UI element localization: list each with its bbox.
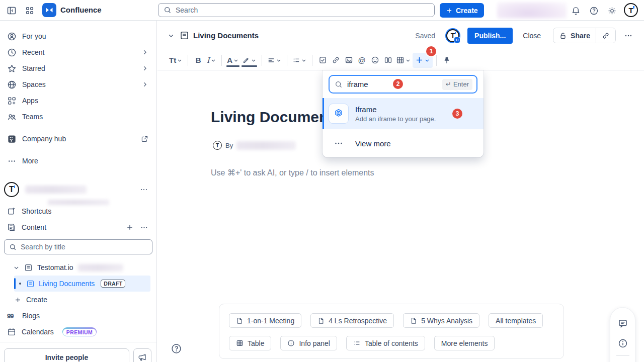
add-content-icon[interactable]: [126, 223, 134, 231]
pin-toolbar-button[interactable]: [440, 53, 453, 68]
comments-button[interactable]: [613, 313, 633, 333]
view-more-row[interactable]: View more: [323, 130, 484, 156]
invite-people-button[interactable]: Invite people: [4, 348, 129, 362]
insert-image-button[interactable]: [342, 53, 355, 68]
calendar-icon: [7, 327, 16, 336]
insert-link-button[interactable]: [329, 53, 342, 68]
insert-result-iframe[interactable]: Iframe Add an iframe to your page. 3: [323, 98, 484, 129]
create-button-label: Create: [456, 7, 478, 15]
list-button[interactable]: [291, 53, 308, 68]
right-rail: [610, 307, 635, 362]
template-suggestions-card: 1-on-1 Meeting 4 Ls Retrospective 5 Whys…: [219, 304, 564, 359]
tree-item-space[interactable]: Testomat.io: [0, 259, 156, 276]
global-search[interactable]: [158, 3, 435, 17]
feedback-megaphone-button[interactable]: [133, 348, 151, 362]
collapse-sidebar-icon[interactable]: [5, 4, 18, 17]
sidebar-item-shortcuts[interactable]: Shortcuts: [0, 203, 156, 219]
chevron-right-icon[interactable]: [141, 65, 148, 72]
sidebar-item-apps[interactable]: Apps: [0, 93, 156, 109]
chevron-down-icon[interactable]: [168, 32, 175, 39]
share-button[interactable]: Share: [553, 28, 596, 43]
content-more-icon[interactable]: [140, 223, 148, 232]
plus-icon: [14, 296, 22, 304]
sidebar-item-content[interactable]: Content: [0, 219, 156, 235]
search-input[interactable]: [176, 6, 429, 14]
support-button[interactable]: [613, 358, 633, 362]
create-button[interactable]: Create: [440, 3, 484, 18]
details-button[interactable]: [613, 333, 633, 353]
emoji-button[interactable]: [368, 53, 381, 68]
editor-help-icon[interactable]: [171, 343, 182, 354]
plus-icon: [415, 56, 424, 64]
all-templates-chip[interactable]: All templates: [489, 313, 543, 328]
sidebar-item-spaces[interactable]: Spaces: [0, 76, 156, 93]
teams-icon: [7, 112, 17, 122]
table-of-contents-chip[interactable]: Table of contents: [346, 336, 425, 350]
annotation-step-3: 3: [452, 109, 462, 119]
close-button[interactable]: Close: [518, 28, 546, 44]
template-chip-1on1[interactable]: 1-on-1 Meeting: [229, 313, 301, 328]
task-button[interactable]: [316, 53, 329, 68]
sidebar-label: Starred: [22, 64, 45, 72]
chevron-down-icon: [177, 57, 183, 63]
table-button[interactable]: [394, 53, 413, 68]
info-panel-chip[interactable]: Info panel: [280, 336, 337, 350]
sidebar-item-calendars[interactable]: Calendars PREMIUM: [0, 324, 156, 340]
editor-placeholder[interactable]: Use ⌘+' to ask AI, or type / to insert e…: [211, 168, 374, 177]
sidebar-item-company-hub[interactable]: Company hub: [0, 131, 156, 147]
user-avatar[interactable]: T: [624, 3, 638, 17]
space-header[interactable]: T: [0, 182, 156, 198]
search-icon: [335, 80, 343, 88]
content-search-input[interactable]: [21, 243, 147, 251]
saved-status: Saved: [415, 32, 435, 40]
doc-more-icon[interactable]: [621, 28, 636, 43]
confluence-logo[interactable]: [42, 3, 56, 17]
highlight-color-button[interactable]: [240, 53, 258, 68]
text-style-button[interactable]: Tt: [168, 53, 184, 68]
insert-search-field[interactable]: iframe 2 ↵ Enter: [329, 75, 477, 94]
presence-avatar[interactable]: T C: [446, 29, 459, 42]
chevron-right-icon[interactable]: [141, 81, 148, 88]
content-search[interactable]: [4, 239, 152, 254]
sidebar-item-teams[interactable]: Teams: [0, 109, 156, 125]
info-icon: [618, 338, 628, 348]
settings-gear-icon[interactable]: [605, 4, 618, 17]
italic-button[interactable]: I: [205, 53, 218, 68]
iframe-macro-icon: [329, 104, 349, 124]
chevron-down-icon: [424, 57, 430, 63]
tree-item-living-documents[interactable]: Living Documents DRAFT: [14, 276, 150, 292]
blogs-quote-icon: 99: [7, 312, 17, 320]
insert-table-chip[interactable]: Table: [229, 336, 271, 350]
notifications-icon[interactable]: [569, 4, 582, 17]
copy-link-button[interactable]: [596, 28, 615, 43]
layout-button[interactable]: [381, 53, 394, 68]
chevron-right-icon[interactable]: [141, 49, 148, 56]
search-icon: [164, 6, 172, 14]
more-elements-chip[interactable]: More elements: [434, 336, 495, 350]
template-chip-5whys[interactable]: 5 Whys Analysis: [403, 313, 479, 328]
clock-icon: [7, 48, 17, 57]
ellipsis-icon: [329, 138, 349, 148]
ellipsis-icon: [7, 156, 17, 166]
template-chip-4ls[interactable]: 4 Ls Retrospective: [310, 313, 394, 328]
chevron-down-icon[interactable]: [13, 264, 20, 271]
text-color-button[interactable]: A: [225, 53, 240, 68]
mention-button[interactable]: @: [355, 53, 368, 68]
tree-create[interactable]: Create: [0, 292, 156, 308]
bold-button[interactable]: B: [192, 53, 205, 68]
insert-element-button[interactable]: 1: [413, 53, 433, 68]
sidebar-item-recent[interactable]: Recent: [0, 44, 156, 60]
page-file-icon: [410, 317, 417, 324]
sidebar-item-starred[interactable]: Starred: [0, 60, 156, 76]
sidebar-label: Apps: [22, 97, 38, 105]
sidebar-item-more[interactable]: More: [0, 153, 156, 169]
space-more-icon[interactable]: [139, 185, 148, 194]
app-switcher-icon[interactable]: [23, 4, 36, 17]
alignment-button[interactable]: [266, 53, 283, 68]
page-icon: [180, 31, 189, 40]
publish-button[interactable]: Publish...: [467, 28, 513, 44]
align-icon: [267, 56, 275, 64]
sidebar-item-blogs[interactable]: 99 Blogs: [0, 308, 156, 324]
help-icon[interactable]: [587, 4, 600, 17]
sidebar-item-for-you[interactable]: For you: [0, 28, 156, 44]
